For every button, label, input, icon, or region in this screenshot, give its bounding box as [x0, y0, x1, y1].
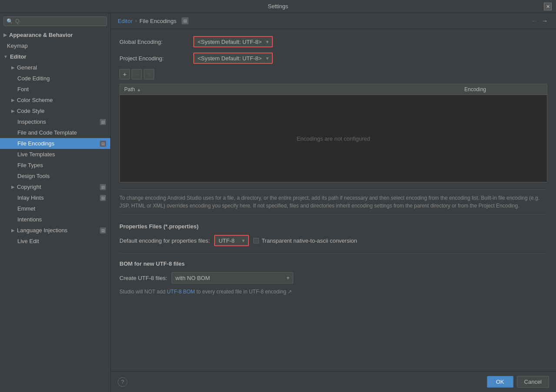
right-panel: Editor › File Encodings ▤ ← → Global Enc…: [111, 13, 556, 392]
project-encoding-row: Project Encoding: <System Default: UTF-8…: [119, 53, 547, 64]
properties-encoding-dropdown[interactable]: UTF-8 ▼: [214, 235, 249, 246]
empty-message: Encodings are not configured: [297, 135, 370, 142]
sidebar-item-label: Inlay Hints: [17, 194, 44, 201]
chevron-right-icon: ▶: [11, 109, 15, 113]
sidebar-item-live-edit[interactable]: Live Edit: [0, 236, 110, 247]
sidebar-item-live-templates[interactable]: Live Templates: [0, 149, 110, 160]
dropdown-arrow-icon: ▼: [286, 276, 290, 280]
sidebar-item-label: Inspections: [17, 119, 46, 125]
search-box: 🔍: [3, 16, 107, 26]
sidebar-item-inlay-hints[interactable]: Inlay Hints ▤: [0, 192, 110, 203]
lang-inject-badge: ▤: [100, 227, 106, 234]
chevron-down-icon: ▼: [3, 54, 8, 59]
sidebar-item-font[interactable]: Font: [0, 84, 110, 95]
project-encoding-dropdown[interactable]: <System Default: UTF-8> ▼: [193, 53, 273, 64]
transparent-checkbox[interactable]: [253, 238, 259, 244]
nav-back-button[interactable]: ←: [530, 17, 539, 24]
copyright-badge: ▤: [100, 184, 106, 190]
sidebar-item-label: Live Templates: [17, 151, 55, 158]
utf8-bom-link[interactable]: UTF-8 BOM: [167, 289, 195, 295]
nav-arrows: ← →: [530, 17, 549, 24]
dropdown-arrow-icon: ▼: [241, 238, 245, 243]
dropdown-arrow-icon: ▼: [265, 40, 269, 44]
add-button[interactable]: +: [119, 69, 130, 79]
cancel-button[interactable]: Cancel: [517, 376, 549, 388]
main-content: 🔍 ▶ Appearance & Behavior Keymap ▼ Edito…: [0, 13, 556, 392]
sidebar-item-label: File and Code Template: [17, 129, 77, 136]
sidebar-item-label: Color Scheme: [17, 97, 53, 103]
nav-forward-button[interactable]: →: [540, 17, 549, 24]
info-text: To change encoding Android Studio uses f…: [119, 189, 547, 214]
create-utf8-dropdown[interactable]: with NO BOM ▼: [172, 272, 293, 283]
sidebar-item-label: Editor: [10, 53, 26, 60]
sidebar-item-design-tools[interactable]: Design Tools: [0, 171, 110, 181]
path-column-header[interactable]: Path ▲: [120, 84, 460, 95]
remove-button[interactable]: −: [132, 69, 142, 79]
footer-buttons: OK Cancel: [487, 376, 549, 388]
default-encoding-label: Default encoding for properties files:: [119, 237, 210, 244]
external-link-icon[interactable]: ↗: [288, 289, 292, 295]
search-input[interactable]: [15, 18, 104, 24]
sort-icon: ▲: [137, 87, 141, 92]
transparent-row: Transparent native-to-ascii conversion: [253, 237, 357, 244]
help-button[interactable]: ?: [118, 377, 127, 387]
breadcrumb-bar: Editor › File Encodings ▤ ← →: [111, 13, 556, 29]
sidebar-item-file-encodings[interactable]: File Encodings ▤: [0, 138, 110, 149]
sidebar-item-editor[interactable]: ▼ Editor: [0, 51, 110, 62]
sidebar-item-emmet[interactable]: Emmet: [0, 203, 110, 214]
sidebar-item-appearance[interactable]: ▶ Appearance & Behavior: [0, 30, 110, 40]
create-utf8-label: Create UTF-8 files:: [119, 275, 167, 281]
sidebar-item-label: File Types: [17, 162, 43, 168]
sidebar-item-label: Live Edit: [17, 238, 39, 244]
dropdown-arrow-icon: ▼: [265, 56, 269, 61]
breadcrumb-editor[interactable]: Editor: [118, 18, 132, 24]
inspections-badge: ▤: [100, 119, 106, 125]
chevron-right-icon: ▶: [11, 98, 15, 102]
toolbar-row: + − ✎: [119, 69, 547, 79]
ok-button[interactable]: OK: [487, 376, 513, 388]
transparent-label: Transparent native-to-ascii conversion: [261, 237, 357, 244]
sidebar-item-copyright[interactable]: ▶ Copyright ▤: [0, 181, 110, 192]
edit-button[interactable]: ✎: [144, 69, 154, 79]
project-encoding-value: <System Default: UTF-8>: [198, 55, 261, 62]
properties-section-title: Properties Files (*.properties): [119, 223, 547, 230]
studio-note-row: Studio will NOT add UTF-8 BOM to every c…: [119, 289, 547, 295]
breadcrumb-separator: ›: [135, 18, 137, 24]
global-encoding-row: Global Encoding: <System Default: UTF-8>…: [119, 36, 547, 47]
create-utf8-value: with NO BOM: [175, 275, 210, 281]
breadcrumb-current: File Encodings: [139, 18, 176, 24]
breadcrumb-menu-button[interactable]: ▤: [182, 17, 189, 24]
global-encoding-label: Global Encoding:: [119, 39, 189, 45]
global-encoding-dropdown[interactable]: <System Default: UTF-8> ▼: [193, 36, 273, 47]
sidebar-item-keymap[interactable]: Keymap: [0, 40, 110, 51]
sidebar-item-language-injections[interactable]: ▶ Language Injections ▤: [0, 225, 110, 236]
sidebar-item-label: Appearance & Behavior: [9, 32, 73, 38]
sidebar-item-inspections[interactable]: Inspections ▤: [0, 116, 110, 127]
sidebar-item-code-editing[interactable]: Code Editing: [0, 73, 110, 84]
close-button[interactable]: ✕: [544, 3, 552, 10]
bom-section-title: BOM for new UTF-8 files: [119, 253, 547, 267]
nav-tree: ▶ Appearance & Behavior Keymap ▼ Editor …: [0, 30, 110, 392]
sidebar-item-intentions[interactable]: Intentions: [0, 214, 110, 225]
encoding-label: Encoding: [464, 86, 486, 92]
sidebar-item-file-code-template[interactable]: File and Code Template: [0, 127, 110, 138]
sidebar-item-label: Copyright: [17, 184, 41, 190]
encodings-table: Path ▲ Encoding Encodings are not config…: [119, 84, 547, 182]
chevron-right-icon: ▶: [11, 228, 15, 233]
project-encoding-label: Project Encoding:: [119, 55, 189, 62]
chevron-icon: ▶: [3, 33, 7, 37]
studio-note-text2: to every created file in UTF-8 encoding: [196, 289, 286, 295]
inlay-hints-badge: ▤: [100, 195, 106, 201]
table-body: Encodings are not configured: [120, 95, 547, 182]
sidebar-item-label: General: [17, 64, 37, 71]
global-encoding-value: <System Default: UTF-8>: [198, 39, 261, 45]
sidebar: 🔍 ▶ Appearance & Behavior Keymap ▼ Edito…: [0, 13, 111, 392]
sidebar-item-label: Emmet: [17, 205, 35, 212]
sidebar-item-color-scheme[interactable]: ▶ Color Scheme: [0, 95, 110, 105]
sidebar-item-file-types[interactable]: File Types: [0, 160, 110, 171]
encoding-column-header[interactable]: Encoding: [460, 84, 547, 95]
dialog-title: Settings: [268, 3, 288, 10]
path-label: Path: [124, 86, 135, 92]
sidebar-item-general[interactable]: ▶ General: [0, 62, 110, 73]
sidebar-item-code-style[interactable]: ▶ Code Style: [0, 105, 110, 116]
